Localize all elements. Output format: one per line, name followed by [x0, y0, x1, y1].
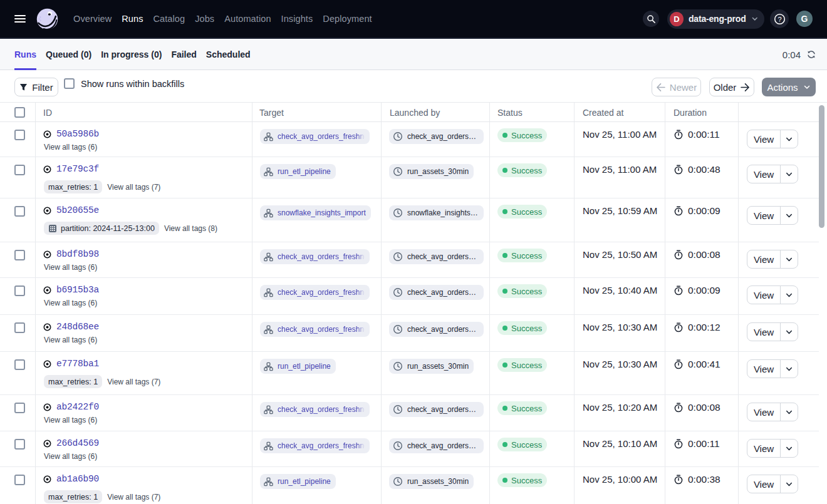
svg-text:?: ? — [778, 15, 781, 23]
